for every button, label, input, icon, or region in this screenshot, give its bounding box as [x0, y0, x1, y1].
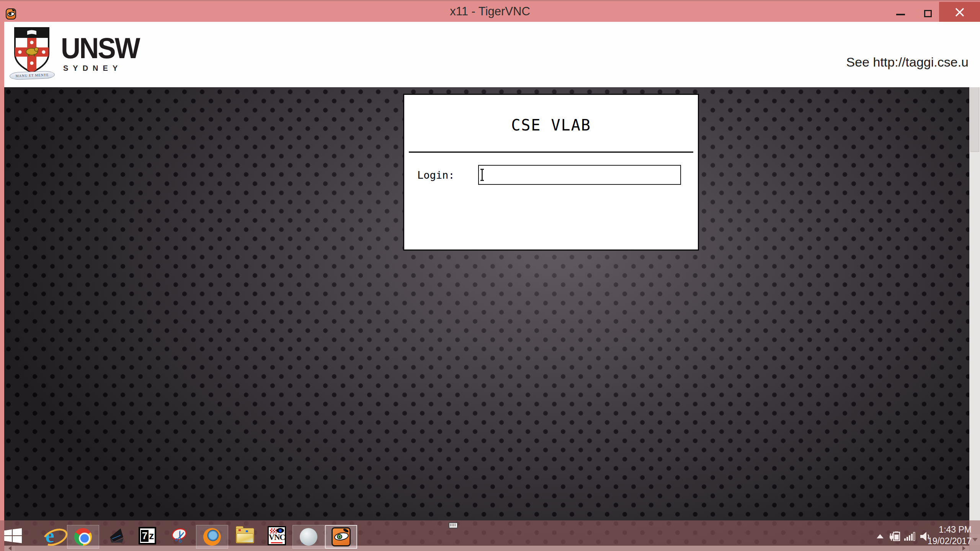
firefox-icon [203, 528, 221, 546]
header-note: See http://taggi.cse.u [846, 55, 969, 70]
taskbar-item-tigervnc[interactable] [325, 525, 357, 549]
unsw-wordmark: UNSW SYDNEY [61, 26, 145, 84]
text-cursor-icon [482, 169, 483, 181]
maximize-button[interactable] [924, 10, 932, 17]
windows-logo-icon [4, 528, 22, 543]
taskbar-item-chrome[interactable] [67, 525, 99, 549]
unsw-motto: MANU ET MENTE [10, 71, 55, 80]
show-hidden-icons-button[interactable] [877, 534, 884, 538]
login-label: Login: [417, 169, 455, 181]
taskbar-item-7zip[interactable]: 7z [138, 526, 157, 546]
window-frame-left [0, 22, 4, 551]
chrome-icon [74, 528, 92, 546]
realvnc-icon: VNC [268, 526, 286, 545]
taskbar-item-snipping-tool[interactable]: ✂ [170, 526, 189, 546]
close-icon [955, 7, 965, 17]
window-title: x11 - TigerVNC [0, 1, 980, 23]
taskbar-item-laptop-utility[interactable] [107, 526, 125, 546]
screen: x11 - TigerVNC [0, 0, 980, 551]
close-button[interactable] [939, 2, 980, 22]
login-row: Login: [404, 165, 698, 185]
taskbar-item-firefox[interactable] [196, 525, 228, 549]
login-input[interactable] [478, 165, 681, 185]
titlebar[interactable]: x11 - TigerVNC [0, 0, 980, 22]
taskbar-item-file-explorer[interactable] [236, 526, 254, 546]
cisco-anyconnect-icon [300, 528, 317, 546]
login-input-wrap [478, 165, 681, 185]
unsw-crest-icon: MANU ET MENTE [13, 26, 51, 84]
tigervnc-icon [332, 527, 351, 546]
tray-time: 1:43 PM [928, 524, 972, 535]
tray-date: 19/02/2017 [928, 535, 972, 547]
touch-keyboard-icon[interactable] [449, 522, 458, 528]
network-signal-icon[interactable] [904, 531, 916, 541]
dialog-title: CSE VLAB [404, 116, 698, 134]
unsw-logo: MANU ET MENTE UNSW SYDNEY [13, 26, 145, 84]
taskbar-item-cisco-anyconnect[interactable] [292, 525, 325, 549]
unsw-city: SYDNEY [63, 64, 145, 73]
snipping-tool-icon: ✂ [171, 527, 188, 544]
dialog-divider [409, 152, 693, 153]
clock[interactable]: 1:43 PM 19/02/2017 [928, 524, 972, 547]
taskbar: Start e 7z ✂ [0, 520, 980, 551]
battery-charging-icon[interactable] [889, 531, 902, 541]
laptop-icon [107, 527, 125, 544]
vertical-scrollbar[interactable] [969, 25, 980, 551]
internet-explorer-icon: e [45, 527, 54, 544]
vlab-login-dialog: CSE VLAB Login: [403, 94, 699, 251]
minimize-button[interactable] [896, 14, 905, 15]
file-explorer-icon [236, 528, 254, 543]
unsw-acronym: UNSW [61, 35, 139, 62]
taskbar-item-internet-explorer[interactable]: e [41, 526, 59, 546]
7zip-icon: 7z [139, 527, 156, 544]
taskbar-item-realvnc[interactable]: VNC [268, 526, 286, 546]
page-header: MANU ET MENTE UNSW SYDNEY See http://tag… [4, 22, 980, 87]
start-button[interactable]: Start [4, 526, 22, 546]
